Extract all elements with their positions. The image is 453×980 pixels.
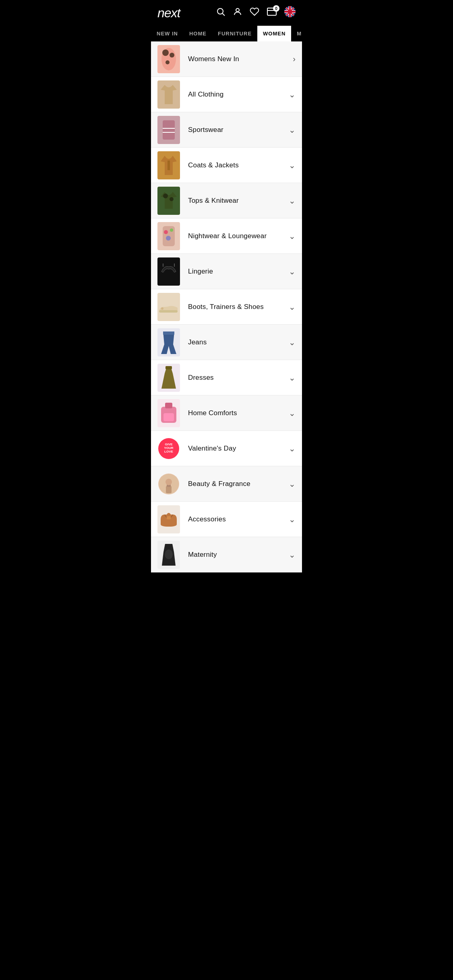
wishlist-icon[interactable] <box>250 7 259 19</box>
chevron-down-icon: ⌄ <box>289 125 296 135</box>
menu-label-home-comforts: Home Comforts <box>188 409 285 417</box>
menu-item-coats-jackets[interactable]: Coats & Jackets ⌄ <box>151 148 302 183</box>
menu-label-all-clothing: All Clothing <box>188 91 285 99</box>
svg-point-24 <box>163 194 168 198</box>
chevron-down-icon: ⌄ <box>289 196 296 206</box>
menu-thumb-maternity <box>157 541 180 569</box>
chevron-down-icon: ⌄ <box>289 479 296 489</box>
svg-point-29 <box>166 236 171 241</box>
svg-point-18 <box>170 53 174 58</box>
tab-women[interactable]: WOMEN <box>257 26 291 41</box>
menu-item-boots-trainers-shoes[interactable]: Boots, Trainers & Shoes ⌄ <box>151 289 302 325</box>
menu-label-dresses: Dresses <box>188 374 285 382</box>
svg-point-17 <box>162 49 169 56</box>
menu-item-tops-knitwear[interactable]: Tops & Knitwear ⌄ <box>151 183 302 218</box>
svg-rect-20 <box>163 120 175 140</box>
menu-label-coats-jackets: Coats & Jackets <box>188 161 285 169</box>
menu-thumb-coats <box>157 151 180 179</box>
menu-item-dresses[interactable]: Dresses ⌄ <box>151 360 302 395</box>
menu-item-nightwear-loungewear[interactable]: Nightwear & Loungewear ⌄ <box>151 218 302 254</box>
svg-rect-41 <box>166 486 172 493</box>
menu-thumb-valentines: GIVEYOURLOVE <box>157 434 180 463</box>
menu-thumb-all-clothing <box>157 80 180 109</box>
menu-label-lingerie: Lingerie <box>188 268 285 276</box>
svg-point-43 <box>165 479 172 485</box>
tab-home[interactable]: HOME <box>184 26 212 41</box>
svg-point-45 <box>165 550 173 559</box>
tab-men[interactable]: MEN <box>291 26 302 41</box>
header-icons: 0 <box>216 6 296 20</box>
header: next <box>151 0 302 26</box>
menu-list: Womens New In › All Clothing ⌄ Sport <box>151 41 302 572</box>
menu-item-womens-new-in[interactable]: Womens New In › <box>151 41 302 77</box>
menu-thumb-nightwear <box>157 222 180 250</box>
country-flag-icon[interactable] <box>284 6 296 20</box>
menu-label-valentines-day: Valentine's Day <box>188 445 285 453</box>
svg-rect-44 <box>167 516 171 519</box>
menu-label-beauty-fragrance: Beauty & Fragrance <box>188 480 285 488</box>
menu-thumb-beauty <box>157 470 180 498</box>
menu-thumb-tops <box>157 187 180 215</box>
tab-furniture[interactable]: FURNITURE <box>212 26 257 41</box>
svg-point-25 <box>170 197 174 201</box>
svg-rect-35 <box>163 331 174 335</box>
svg-rect-39 <box>163 413 174 421</box>
tab-new-in[interactable]: NEW IN <box>151 26 184 41</box>
menu-item-maternity[interactable]: Maternity ⌄ <box>151 537 302 572</box>
account-icon[interactable] <box>233 7 242 19</box>
menu-label-womens-new-in: Womens New In <box>188 55 290 63</box>
chevron-down-icon: ⌄ <box>289 338 296 347</box>
menu-item-home-comforts[interactable]: Home Comforts ⌄ <box>151 395 302 431</box>
menu-label-sportswear: Sportswear <box>188 126 285 134</box>
svg-rect-36 <box>165 366 172 369</box>
menu-label-accessories: Accessories <box>188 515 285 523</box>
cart-badge: 0 <box>273 5 279 12</box>
chevron-right-icon: › <box>293 54 296 64</box>
menu-item-lingerie[interactable]: Lingerie ⌄ <box>151 254 302 289</box>
chevron-down-icon: ⌄ <box>289 267 296 276</box>
menu-thumb-shoes <box>157 293 180 321</box>
chevron-down-icon: ⌄ <box>289 302 296 312</box>
chevron-down-icon: ⌄ <box>289 231 296 241</box>
menu-thumb-dresses <box>157 364 180 392</box>
menu-item-jeans[interactable]: Jeans ⌄ <box>151 325 302 360</box>
chevron-down-icon: ⌄ <box>289 550 296 560</box>
chevron-down-icon: ⌄ <box>289 408 296 418</box>
svg-rect-33 <box>159 310 178 313</box>
cart-icon[interactable]: 0 <box>267 7 277 19</box>
svg-point-0 <box>217 8 223 14</box>
menu-thumb-sportswear <box>157 116 180 144</box>
chevron-down-icon: ⌄ <box>289 515 296 524</box>
search-icon[interactable] <box>216 7 225 19</box>
menu-thumb-jeans <box>157 328 180 356</box>
svg-line-1 <box>223 14 225 16</box>
menu-label-jeans: Jeans <box>188 338 285 346</box>
menu-item-all-clothing[interactable]: All Clothing ⌄ <box>151 77 302 112</box>
logo[interactable]: next <box>157 6 180 21</box>
menu-item-sportswear[interactable]: Sportswear ⌄ <box>151 112 302 148</box>
svg-point-2 <box>236 8 239 12</box>
menu-label-maternity: Maternity <box>188 551 285 559</box>
svg-point-19 <box>165 60 170 64</box>
menu-thumb-womens-new-in <box>157 45 180 73</box>
menu-thumb-accessories <box>157 505 180 533</box>
chevron-down-icon: ⌄ <box>289 90 296 99</box>
nav-tabs: NEW IN HOME FURNITURE WOMEN MEN <box>151 26 302 41</box>
svg-point-27 <box>164 230 168 234</box>
menu-item-accessories[interactable]: Accessories ⌄ <box>151 502 302 537</box>
menu-item-valentines-day[interactable]: GIVEYOURLOVE Valentine's Day ⌄ <box>151 431 302 466</box>
chevron-down-icon: ⌄ <box>289 444 296 453</box>
svg-point-32 <box>161 307 163 310</box>
svg-rect-38 <box>165 403 172 408</box>
menu-label-nightwear-loungewear: Nightwear & Loungewear <box>188 232 285 240</box>
menu-thumb-lingerie <box>157 257 180 286</box>
chevron-down-icon: ⌄ <box>289 161 296 170</box>
menu-label-boots-trainers-shoes: Boots, Trainers & Shoes <box>188 303 285 311</box>
svg-point-28 <box>170 229 173 232</box>
menu-item-beauty-fragrance[interactable]: Beauty & Fragrance ⌄ <box>151 466 302 502</box>
svg-rect-23 <box>168 161 170 170</box>
page-wrapper: next <box>151 0 302 572</box>
menu-thumb-home-comforts <box>157 399 180 427</box>
chevron-down-icon: ⌄ <box>289 373 296 383</box>
menu-label-tops-knitwear: Tops & Knitwear <box>188 197 285 205</box>
